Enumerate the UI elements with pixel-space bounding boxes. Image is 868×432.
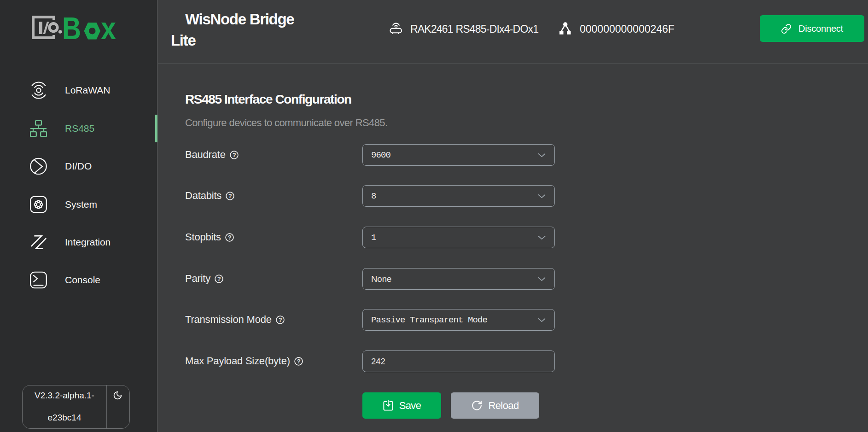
svg-text:B: B [62,16,81,40]
svg-text:?: ? [228,193,232,199]
svg-text:x: x [101,16,116,40]
svg-text:?: ? [278,316,282,323]
svg-text:?: ? [217,275,221,282]
svg-text:?: ? [297,358,301,365]
svg-text:?: ? [232,152,236,158]
svg-text:?: ? [228,234,232,241]
